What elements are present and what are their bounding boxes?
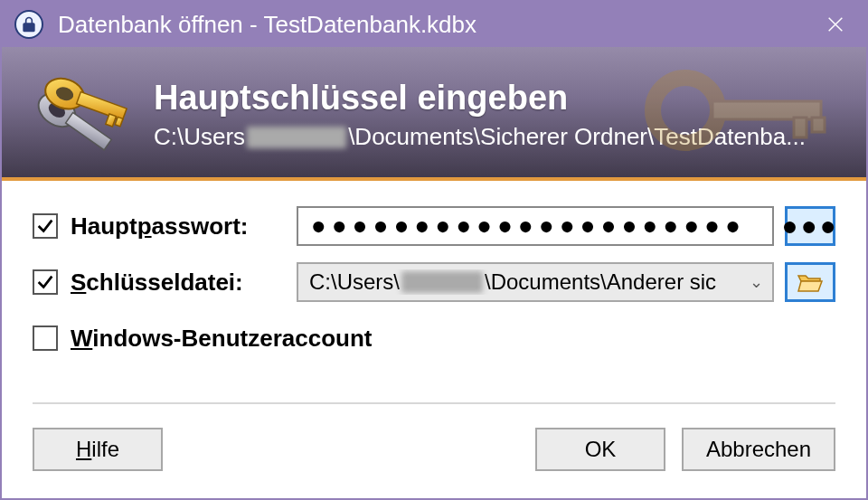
key-file-row: Schlüsseldatei: C:\Users\\Documents\Ande… (33, 262, 835, 302)
footer: Hilfe OK Abbrechen (2, 404, 866, 498)
lock-icon (14, 10, 43, 39)
windows-account-label: Windows-Benutzeraccount (71, 325, 372, 353)
path-prefix: C:\Users (154, 123, 245, 151)
key-file-combobox[interactable]: C:\Users\\Documents\Anderer sic ⌄ (297, 262, 774, 302)
key-watermark-icon (640, 56, 839, 168)
redacted-username (401, 271, 483, 293)
svg-rect-9 (77, 92, 127, 121)
check-icon (35, 272, 55, 292)
key-file-checkbox[interactable] (33, 269, 58, 295)
svg-point-0 (653, 78, 718, 143)
svg-rect-3 (812, 118, 825, 132)
help-button[interactable]: Hilfe (33, 428, 163, 471)
master-password-row: Hauptpasswort: ●●● (33, 206, 835, 246)
close-icon (826, 14, 845, 34)
chevron-down-icon: ⌄ (750, 272, 763, 292)
close-button[interactable] (812, 2, 859, 47)
cancel-button[interactable]: Abbrechen (682, 428, 835, 471)
titlebar: Datenbank öffnen - TestDatenbank.kdbx (2, 2, 866, 47)
header-banner: Hauptschlüssel eingeben C:\Users\Documen… (2, 47, 866, 181)
windows-account-checkbox[interactable] (33, 325, 58, 351)
master-password-checkbox[interactable] (33, 213, 58, 239)
master-password-label: Hauptpasswort: (71, 212, 297, 241)
key-file-label: Schlüsseldatei: (71, 269, 297, 297)
browse-key-file-button[interactable] (785, 262, 835, 302)
redacted-username (247, 127, 346, 148)
svg-rect-2 (794, 118, 807, 137)
check-icon (35, 216, 55, 236)
key-icon (29, 62, 137, 162)
reveal-password-button[interactable]: ●●● (785, 206, 835, 246)
ok-button[interactable]: OK (535, 428, 665, 471)
windows-account-row: Windows-Benutzeraccount (33, 318, 835, 358)
master-password-input[interactable] (297, 206, 774, 246)
folder-open-icon (797, 270, 824, 294)
key-file-value: C:\Users\\Documents\Anderer sic (309, 269, 716, 295)
svg-rect-6 (66, 113, 112, 150)
dialog-window: Datenbank öffnen - TestDatenbank.kdbx (0, 0, 868, 500)
window-title: Datenbank öffnen - TestDatenbank.kdbx (58, 11, 812, 39)
form-area: Hauptpasswort: ●●● Schlüsseldatei: C:\Us… (2, 181, 866, 392)
